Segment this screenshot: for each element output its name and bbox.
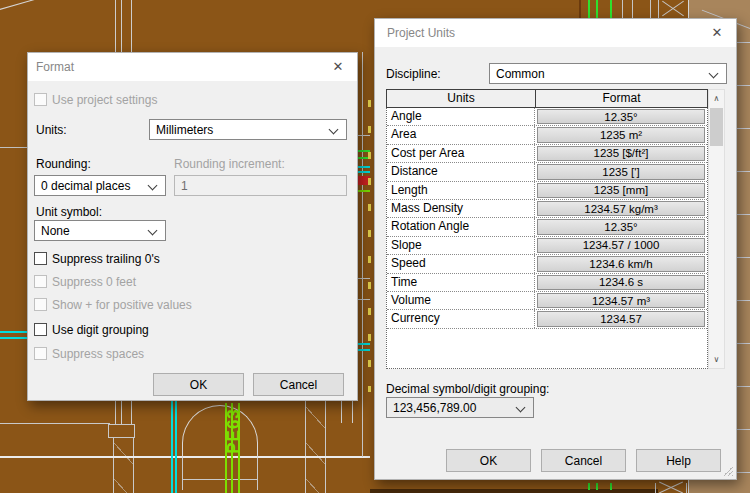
unit-name: Length bbox=[387, 182, 535, 199]
table-row: Speed 1234.6 km/h bbox=[387, 255, 707, 273]
decimal-grouping-dropdown[interactable]: 123,456,789.00 bbox=[386, 397, 534, 418]
wall-line bbox=[686, 483, 687, 493]
wall-line bbox=[121, 0, 122, 52]
unit-symbol-dropdown[interactable]: None bbox=[34, 220, 166, 241]
wall-line bbox=[579, 0, 581, 18]
format-value-button[interactable]: 1235 [mm] bbox=[537, 183, 705, 198]
format-value-button[interactable]: 1234.57 m³ bbox=[537, 293, 705, 308]
format-dialog: Format ✕ Use project settings Units: Mil… bbox=[27, 52, 358, 401]
wall-junction bbox=[108, 424, 135, 438]
checkbox-box bbox=[34, 93, 47, 106]
scrollbar-thumb[interactable] bbox=[710, 108, 723, 146]
format-value-button[interactable]: 1234.6 s bbox=[537, 275, 705, 290]
table-row: Angle 12.35° bbox=[387, 108, 707, 126]
cancel-button[interactable]: Cancel bbox=[541, 449, 626, 472]
close-icon: ✕ bbox=[712, 25, 723, 40]
format-value-button[interactable]: 1235 ['] bbox=[537, 164, 705, 179]
discipline-dropdown[interactable]: Common bbox=[489, 63, 727, 84]
pipe-line-cyan bbox=[0, 337, 27, 339]
scroll-down-button[interactable]: ∨ bbox=[709, 351, 724, 368]
pipe-line-green bbox=[588, 483, 590, 490]
project-units-titlebar[interactable]: Project Units ✕ bbox=[375, 19, 736, 47]
units-dropdown[interactable]: Millimeters bbox=[149, 119, 347, 140]
wall-line-dark bbox=[370, 489, 658, 493]
table-row: Volume 1234.57 m³ bbox=[387, 292, 707, 310]
format-value-button[interactable]: 1234.57 / 1000 bbox=[537, 238, 705, 253]
rounding-dropdown[interactable]: 0 decimal places bbox=[34, 175, 166, 196]
pipe-line-green bbox=[596, 0, 598, 18]
ok-button[interactable]: OK bbox=[446, 449, 531, 472]
format-value-button[interactable]: 12.35° bbox=[537, 109, 705, 124]
close-icon: ✕ bbox=[333, 59, 344, 74]
rounding-increment-input bbox=[174, 175, 347, 196]
unit-name: Volume bbox=[387, 292, 535, 309]
resize-grip[interactable] bbox=[723, 466, 733, 476]
format-dialog-titlebar[interactable]: Format ✕ bbox=[28, 53, 357, 81]
scroll-up-button[interactable]: ∧ bbox=[709, 90, 724, 107]
unit-name: Rotation Angle bbox=[387, 218, 535, 235]
dialog-title: Format bbox=[36, 60, 74, 74]
wall-line bbox=[0, 147, 27, 148]
cancel-button[interactable]: Cancel bbox=[253, 373, 344, 396]
table-row: Mass Density 1234.57 kg/m³ bbox=[387, 200, 707, 218]
chevron-down-icon bbox=[148, 181, 158, 191]
pipe-line-cyan bbox=[171, 401, 173, 493]
rounding-increment-label: Rounding increment: bbox=[174, 157, 285, 171]
wall-line bbox=[658, 0, 659, 18]
decimal-grouping-label: Decimal symbol/digit grouping: bbox=[386, 382, 549, 396]
wall-line bbox=[0, 423, 110, 424]
table-body: Angle 12.35° Area 1235 m² Cost per Area … bbox=[386, 108, 708, 369]
unit-name: Speed bbox=[387, 255, 535, 272]
door-arc bbox=[182, 405, 258, 458]
units-column-header: Units bbox=[387, 90, 535, 107]
close-button[interactable]: ✕ bbox=[320, 54, 356, 80]
format-column-header: Format bbox=[535, 90, 707, 107]
pipe-line-green bbox=[596, 483, 598, 490]
unit-name: Angle bbox=[387, 108, 535, 125]
format-value-button[interactable]: 1235 m² bbox=[537, 127, 705, 142]
scroll-down-icon: ∨ bbox=[714, 355, 720, 364]
wall-line bbox=[352, 401, 353, 423]
project-units-dialog: Project Units ✕ Discipline: Common Units… bbox=[374, 18, 737, 480]
close-button[interactable]: ✕ bbox=[699, 20, 735, 46]
table-scrollbar[interactable]: ∧ ∨ bbox=[708, 89, 725, 369]
format-value-button[interactable]: 1234.57 kg/m³ bbox=[537, 201, 705, 216]
table-row: Area 1235 m² bbox=[387, 126, 707, 144]
table-row: Length 1235 [mm] bbox=[387, 182, 707, 200]
wall-line bbox=[257, 458, 258, 490]
discipline-label: Discipline: bbox=[386, 67, 441, 81]
unit-name: Cost per Area bbox=[387, 145, 535, 162]
unit-name: Time bbox=[387, 274, 535, 291]
checkbox-box bbox=[34, 298, 47, 311]
ok-button[interactable]: OK bbox=[153, 373, 244, 396]
pipe-line-green bbox=[610, 483, 612, 490]
checkbox-box[interactable] bbox=[34, 252, 47, 265]
wall-line bbox=[362, 52, 363, 457]
table-row: Time 1234.6 s bbox=[387, 274, 707, 292]
wall-line bbox=[632, 0, 633, 18]
chevron-down-icon bbox=[148, 226, 158, 236]
table-row: Cost per Area 1235 [$/ft²] bbox=[387, 145, 707, 163]
wall-line bbox=[341, 401, 342, 423]
dashed-line-yellow bbox=[368, 100, 371, 392]
scroll-up-icon: ∧ bbox=[714, 94, 720, 103]
format-value-button[interactable]: 1235 [$/ft²] bbox=[537, 146, 705, 161]
hatched-wall bbox=[305, 401, 326, 493]
wall-line bbox=[115, 401, 116, 424]
help-button[interactable]: Help bbox=[636, 449, 721, 472]
wall-line bbox=[182, 458, 183, 490]
unit-name: Currency bbox=[387, 310, 535, 327]
format-value-button[interactable]: 12.35° bbox=[537, 219, 705, 234]
format-value-button[interactable]: 1234.6 km/h bbox=[537, 256, 705, 271]
wall-line bbox=[0, 0, 39, 11]
chevron-down-icon bbox=[516, 403, 526, 413]
format-value-button[interactable]: 1234.57 bbox=[537, 311, 705, 326]
checkbox-box[interactable] bbox=[34, 323, 47, 336]
wall-line bbox=[650, 0, 651, 18]
unit-name: Slope bbox=[387, 237, 535, 254]
pipe-label-pe63: PE63 bbox=[224, 399, 244, 463]
unit-name: Distance bbox=[387, 163, 535, 180]
pipe-line-green bbox=[588, 0, 590, 18]
wall-line bbox=[622, 0, 623, 18]
unit-name: Mass Density bbox=[387, 200, 535, 217]
